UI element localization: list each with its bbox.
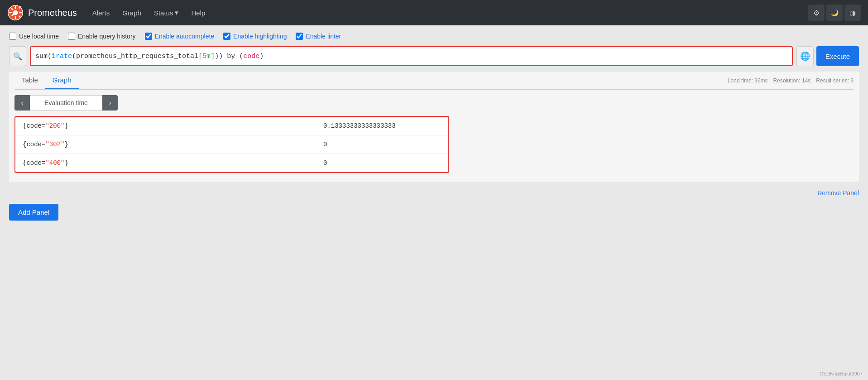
result-value-3: 0 xyxy=(323,159,441,167)
enable-linter-option[interactable]: Enable linter xyxy=(296,33,341,40)
use-local-time-option[interactable]: Use local time xyxy=(9,33,59,40)
tab-graph[interactable]: Graph xyxy=(45,72,79,89)
svg-rect-3 xyxy=(15,16,16,19)
result-value-2: 0 xyxy=(323,141,441,148)
dark-mode-button[interactable]: 🌙 xyxy=(826,5,843,21)
moon-icon: 🌙 xyxy=(831,9,839,16)
main-content: Use local time Enable query history Enab… xyxy=(0,25,868,228)
remove-panel-button[interactable]: Remove Panel xyxy=(817,189,859,197)
navbar: Prometheus Alerts Graph Status ▾ Help ⚙ … xyxy=(0,0,868,25)
panel-actions: Remove Panel xyxy=(9,189,859,197)
add-panel-button[interactable]: Add Panel xyxy=(9,204,58,221)
enable-query-history-option[interactable]: Enable query history xyxy=(68,33,136,40)
enable-highlighting-checkbox[interactable] xyxy=(223,33,230,40)
tabs: Table Graph xyxy=(14,72,79,89)
panel-header: Table Graph Load time: 36ms Resolution: … xyxy=(14,72,854,90)
globe-button[interactable]: 🌐 xyxy=(796,46,814,66)
chevron-right-icon: › xyxy=(109,99,111,106)
navbar-actions: ⚙ 🌙 ◑ xyxy=(808,5,861,21)
result-value-1: 0.13333333333333333 xyxy=(323,122,441,130)
load-time: Load time: 36ms xyxy=(728,77,768,84)
contrast-button[interactable]: ◑ xyxy=(844,5,861,21)
eval-next-button[interactable]: › xyxy=(102,95,118,111)
eval-time-label: Evaluation time xyxy=(30,95,102,111)
panel-meta: Load time: 36ms Resolution: 14s Result s… xyxy=(728,77,854,84)
chevron-down-icon: ▾ xyxy=(175,9,178,17)
results-table: {code="200"} 0.13333333333333333 {code="… xyxy=(14,116,449,173)
result-series: Result series: 3 xyxy=(816,77,854,84)
query-input[interactable]: sum(irate(prometheus_http_requests_total… xyxy=(30,46,793,66)
nav-help[interactable]: Help xyxy=(187,6,210,19)
chevron-left-icon: ‹ xyxy=(21,99,24,106)
brand-logo[interactable]: Prometheus xyxy=(7,5,77,21)
nav-alerts[interactable]: Alerts xyxy=(88,6,114,19)
search-button[interactable]: 🔍 xyxy=(9,46,26,66)
execute-section: 🌐 Execute xyxy=(796,46,859,66)
svg-rect-5 xyxy=(19,12,22,14)
enable-highlighting-option[interactable]: Enable highlighting xyxy=(223,33,287,40)
svg-rect-4 xyxy=(9,12,12,14)
tab-table[interactable]: Table xyxy=(14,72,45,89)
result-row-1: {code="200"} 0.13333333333333333 xyxy=(15,117,448,135)
nav-graph[interactable]: Graph xyxy=(118,6,146,19)
use-local-time-checkbox[interactable] xyxy=(9,33,16,40)
eval-prev-button[interactable]: ‹ xyxy=(14,95,30,111)
eval-bar: ‹ Evaluation time › xyxy=(14,90,854,116)
svg-rect-2 xyxy=(15,6,16,9)
main-nav: Alerts Graph Status ▾ Help xyxy=(88,6,210,19)
resolution: Resolution: 14s xyxy=(773,77,811,84)
options-bar: Use local time Enable query history Enab… xyxy=(9,33,859,40)
enable-query-history-checkbox[interactable] xyxy=(68,33,75,40)
execute-button[interactable]: Execute xyxy=(816,46,859,66)
result-row-2: {code="302"} 0 xyxy=(15,135,448,154)
query-bar: 🔍 sum(irate(prometheus_http_requests_tot… xyxy=(9,46,859,66)
brand-name: Prometheus xyxy=(28,8,77,18)
enable-linter-checkbox[interactable] xyxy=(296,33,303,40)
watermark: CSDN @Bulut0907 xyxy=(820,371,863,376)
nav-status[interactable]: Status ▾ xyxy=(149,6,183,19)
gear-icon: ⚙ xyxy=(813,9,820,17)
search-icon: 🔍 xyxy=(13,52,22,61)
contrast-icon: ◑ xyxy=(849,9,856,17)
enable-autocomplete-option[interactable]: Enable autocomplete xyxy=(145,33,215,40)
settings-button[interactable]: ⚙ xyxy=(808,5,825,21)
prometheus-logo-icon xyxy=(7,5,24,21)
enable-autocomplete-checkbox[interactable] xyxy=(145,33,152,40)
result-row-3: {code="400"} 0 xyxy=(15,154,448,172)
globe-icon: 🌐 xyxy=(800,51,810,61)
panel-container: Table Graph Load time: 36ms Resolution: … xyxy=(9,72,859,182)
